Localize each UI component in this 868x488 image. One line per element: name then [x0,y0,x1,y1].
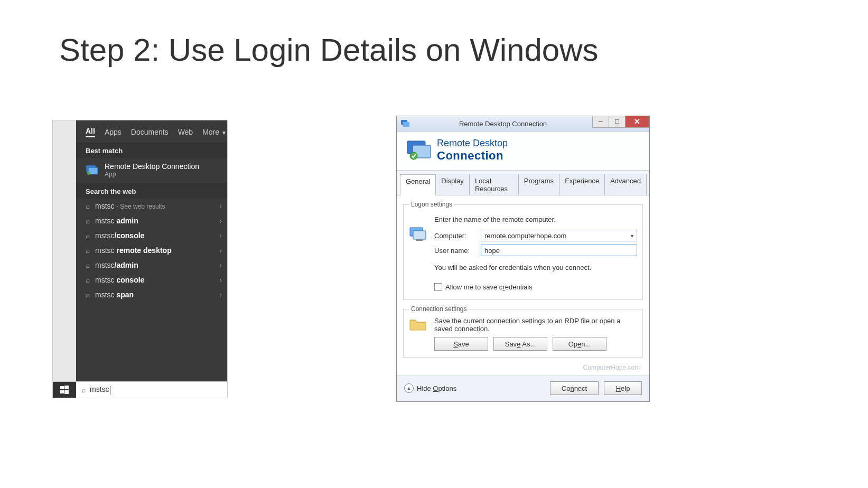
chevron-right-icon: › [219,246,222,255]
chevron-up-icon: ▲ [404,383,414,393]
svg-rect-6 [64,390,69,394]
search-icon: ⌕ [86,261,90,269]
logon-prompt: Enter the name of the remote computer. [434,214,637,227]
search-icon: ⌕ [86,276,90,284]
allow-save-checkbox[interactable] [434,283,442,291]
chevron-right-icon: › [219,276,222,284]
search-icon: ⌕ [86,202,90,210]
rdc-header-icon [406,140,432,161]
rdc-tabs: General Display Local Resources Programs… [397,171,649,195]
web-result[interactable]: ⌕mstsc/admin› [76,258,227,273]
search-icon: ⌕ [86,231,90,240]
search-input[interactable]: ⌕ mstsc [76,385,227,394]
computer-label: Computer: [434,232,477,240]
help-button[interactable]: Help [604,381,642,395]
logon-settings-group: Logon settings Enter the name of the rem… [403,201,643,300]
search-icon: ⌕ [86,290,90,299]
chevron-right-icon: › [219,261,222,269]
slide-title: Step 2: Use Login Details on Windows [59,32,599,68]
titlebar[interactable]: Remote Desktop Connection ─ ☐ ✕ [397,116,649,132]
search-web-header: Search the web [76,183,227,199]
search-icon: ⌕ [81,386,86,394]
connection-text: Save the current connection settings to … [434,317,637,337]
close-button[interactable]: ✕ [625,116,649,128]
connection-settings-group: Connection settings Save the current con… [403,305,643,358]
watermark: ComputerHope.com [403,363,643,372]
svg-rect-3 [60,386,64,389]
folder-icon [409,317,430,351]
tab-documents[interactable]: Documents [131,128,169,136]
best-match-type: App [105,171,199,178]
windows-search-panel: Slide 1 All Apps Documents Web More▼ Bes… [52,120,228,398]
svg-point-2 [87,172,90,175]
tab-more[interactable]: More▼ [202,128,227,136]
svg-rect-5 [60,390,64,393]
svg-rect-8 [403,122,409,127]
tab-web[interactable]: Web [178,128,193,136]
username-label: User name: [434,247,477,255]
username-field[interactable]: hope [481,245,637,256]
svg-point-11 [410,152,417,159]
tab-display[interactable]: Display [435,174,470,195]
best-match-header: Best match [76,143,227,158]
web-result[interactable]: ⌕mstsc/console› [76,228,227,243]
chevron-down-icon: ▼ [221,130,227,136]
best-match-title: Remote Desktop Connection [105,162,199,171]
rdc-app-icon [86,165,98,175]
credentials-hint: You will be asked for credentials when y… [434,259,637,271]
save-as-button[interactable]: Save As... [493,337,547,351]
search-icon: ⌕ [86,246,90,255]
computer-combo[interactable]: remote.computerhope.com▾ [481,230,637,241]
allow-save-label: Allow me to save credentials [445,283,533,291]
chevron-right-icon: › [219,202,222,210]
web-result[interactable]: ⌕mstsc console› [76,273,227,287]
start-button[interactable] [53,382,76,398]
chevron-right-icon: › [219,290,222,299]
tab-apps[interactable]: Apps [105,128,122,136]
web-result[interactable]: ⌕mstsc span› [76,287,227,302]
minimize-button[interactable]: ─ [592,116,609,128]
connection-legend: Connection settings [409,305,469,313]
open-button[interactable]: Open... [553,337,606,351]
search-tabs: All Apps Documents Web More▼ [76,120,227,143]
header-line1: Remote Desktop [437,138,508,149]
logon-legend: Logon settings [409,201,454,208]
tab-experience[interactable]: Experience [559,174,605,195]
rdc-window: Remote Desktop Connection ─ ☐ ✕ Remote D… [396,116,650,402]
tab-local-resources[interactable]: Local Resources [469,174,519,195]
tab-general[interactable]: General [400,174,436,195]
header-line2: Connection [437,149,508,163]
search-icon: ⌕ [86,217,90,225]
best-match-item[interactable]: Remote Desktop Connection App [76,158,227,183]
web-result[interactable]: ⌕mstsc - See web results› [76,199,227,213]
tab-all[interactable]: All [86,127,95,137]
svg-rect-14 [416,239,423,241]
tab-advanced[interactable]: Advanced [604,174,647,195]
chevron-right-icon: › [219,217,222,225]
chevron-down-icon: ▾ [631,233,633,239]
web-result[interactable]: ⌕mstsc remote desktop› [76,243,227,258]
tab-programs[interactable]: Programs [518,174,559,195]
windows-icon [60,386,69,394]
save-button[interactable]: Save [434,337,488,351]
web-result[interactable]: ⌕mstsc admin› [76,213,227,228]
svg-rect-13 [413,231,426,239]
hide-options-button[interactable]: ▲ Hide Options [404,383,456,393]
rdc-titlebar-icon [401,120,409,127]
search-side-strip: Slide 1 [53,120,76,398]
svg-rect-4 [64,386,69,389]
maximize-button[interactable]: ☐ [609,116,626,128]
chevron-right-icon: › [219,231,222,240]
computer-icon [409,227,430,244]
connect-button[interactable]: Connect [550,381,599,395]
